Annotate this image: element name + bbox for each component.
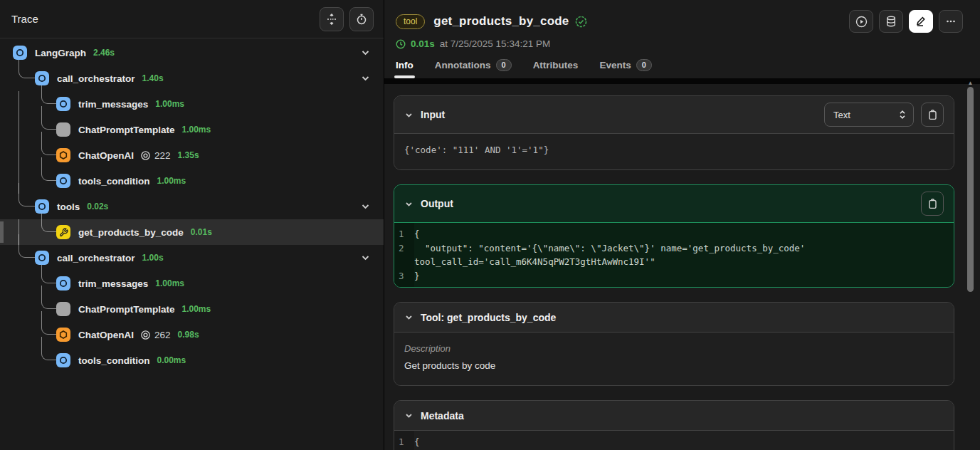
code-line: 3} — [394, 269, 954, 283]
tree-node-duration: 1.00s — [142, 253, 164, 263]
tree-node-duration: 1.35s — [178, 150, 199, 160]
tool-section-header[interactable]: Tool: get_products_by_code — [394, 303, 954, 333]
ellipsis-icon — [945, 16, 957, 27]
tree-node-duration: 0.98s — [178, 330, 199, 340]
tab-label: Info — [396, 60, 413, 70]
input-copy-button[interactable] — [921, 103, 944, 127]
line-text: { — [414, 227, 954, 241]
stopwatch-icon — [356, 14, 367, 25]
tool-node-icon — [56, 225, 70, 239]
playground-button[interactable] — [849, 10, 873, 33]
tab-label: Annotations — [435, 60, 491, 70]
prompt-node-icon — [56, 302, 70, 316]
success-check-icon — [575, 16, 587, 28]
chevron-down-icon[interactable] — [360, 202, 371, 212]
trace-tree-row-ChatPromptTemplate[interactable]: ChatPromptTemplate1.00ms — [0, 117, 384, 142]
tree-node-label: ChatPromptTemplate — [78, 125, 175, 135]
input-format-select[interactable]: Text — [824, 103, 914, 127]
tool-description: Get products by code — [404, 360, 944, 371]
trace-tree-row-tools_condition[interactable]: tools_condition1.00ms — [0, 168, 384, 194]
trace-tree-row-LangGraph[interactable]: LangGraph2.46s — [0, 40, 384, 66]
annotate-button[interactable] — [909, 10, 933, 33]
database-icon — [885, 16, 897, 27]
chevron-down-icon[interactable] — [360, 73, 371, 84]
trace-tree-row-call_orchestrator[interactable]: call_orchestrator1.00s — [0, 245, 384, 271]
scrollbar-thumb[interactable] — [967, 87, 974, 292]
run-detail-content: Input Text — [384, 84, 980, 450]
graph-node-icon — [56, 353, 70, 367]
trace-tree-row-tools_condition[interactable]: tools_condition0.00ms — [0, 347, 384, 373]
run-detail-header: tool get_products_by_code — [384, 0, 980, 78]
tree-node-duration: 0.02s — [87, 202, 108, 211]
tree-node-label: call_orchestrator — [57, 73, 135, 84]
tree-node-duration: 0.00ms — [157, 355, 186, 365]
tab-label: Attributes — [533, 60, 579, 70]
trace-panel-title: Trace — [11, 13, 38, 25]
output-code: 1{2 "output": "content='{\"name\": \"Jac… — [394, 223, 954, 287]
trace-tree-row-get_products_by_code[interactable]: get_products_by_code0.01s — [0, 219, 384, 245]
trace-tree-row-ChatOpenAI[interactable]: ChatOpenAI2620.98s — [0, 322, 384, 347]
dataset-button[interactable] — [879, 10, 903, 33]
scroll-up-arrow[interactable]: ▲ — [966, 80, 974, 87]
select-arrows-icon — [899, 110, 906, 120]
graph-node-icon — [13, 46, 27, 60]
expand-collapse-all-button[interactable] — [320, 7, 344, 31]
trace-tree-row-ChatOpenAI[interactable]: ChatOpenAI2221.35s — [0, 142, 384, 168]
tab-label: Events — [599, 60, 631, 70]
tokens-icon — [140, 330, 151, 340]
llm-node-icon — [56, 328, 70, 342]
tool-section-body: Description Get products by code — [394, 333, 954, 385]
tree-node-label: tools_condition — [78, 355, 150, 366]
output-copy-button[interactable] — [921, 192, 944, 216]
run-detail-panel: tool get_products_by_code — [384, 0, 980, 450]
code-line: 2 "output": "content='{\"name\": \"Jacke… — [394, 241, 954, 269]
clipboard-icon — [927, 110, 938, 120]
tab-attributes[interactable]: Attributes — [533, 59, 579, 78]
output-section: Output 1{2 "output": "content='{\"name\"… — [394, 184, 954, 288]
play-circle-icon — [855, 16, 868, 28]
trace-tree-row-ChatPromptTemplate[interactable]: ChatPromptTemplate1.00ms — [0, 296, 384, 322]
graph-node-icon — [56, 97, 70, 111]
line-text: { — [414, 435, 954, 449]
trace-tree-row-trim_messages[interactable]: trim_messages1.00ms — [0, 271, 384, 296]
tree-node-duration: 1.00ms — [155, 99, 184, 109]
tree-node-label: trim_messages — [78, 278, 148, 289]
tree-node-duration: 1.00ms — [182, 304, 211, 314]
trace-tree-row-trim_messages[interactable]: trim_messages1.00ms — [0, 91, 384, 117]
output-section-title: Output — [421, 198, 453, 209]
tokens-icon — [140, 150, 151, 161]
tree-node-duration: 1.00ms — [157, 176, 186, 186]
content-scrollbar[interactable]: ▲ — [966, 80, 974, 450]
timing-view-button[interactable] — [349, 7, 374, 31]
chevron-down-icon — [404, 199, 413, 209]
chevron-down-icon[interactable] — [360, 48, 371, 58]
run-timestamp: at 7/25/2025 15:34:21 PM — [440, 38, 550, 49]
trace-panel-actions — [320, 7, 374, 31]
run-type-badge: tool — [396, 14, 425, 29]
tool-description-label: Description — [404, 343, 944, 354]
line-number: 1 — [394, 435, 414, 449]
input-section-header[interactable]: Input Text — [394, 96, 954, 134]
detail-tabs: InfoAnnotations0AttributesEvents0 — [396, 59, 963, 78]
trace-tree-row-call_orchestrator[interactable]: call_orchestrator1.40s — [0, 66, 384, 91]
output-section-header[interactable]: Output — [394, 185, 954, 223]
run-actions — [849, 10, 963, 33]
trace-tree-row-tools[interactable]: tools0.02s — [0, 194, 384, 219]
line-number: 2 — [394, 241, 414, 269]
tree-node-duration: 1.00ms — [155, 278, 184, 288]
metadata-section-header[interactable]: Metadata — [394, 401, 954, 431]
chevron-down-icon[interactable] — [360, 253, 371, 263]
trace-tree: LangGraph2.46scall_orchestrator1.40strim… — [0, 38, 384, 450]
more-options-button[interactable] — [939, 10, 963, 33]
tab-count-badge: 0 — [636, 59, 652, 71]
code-line: 1{ — [394, 227, 954, 241]
tree-guide-line — [19, 142, 19, 168]
input-content: {'code': "111' AND '1'='1"} — [394, 134, 954, 169]
chevron-down-icon — [404, 411, 413, 420]
tree-node-label: call_orchestrator — [57, 253, 135, 263]
tree-node-label: ChatOpenAI — [78, 330, 134, 340]
tab-events[interactable]: Events0 — [599, 59, 651, 78]
tab-info[interactable]: Info — [396, 59, 413, 78]
tab-annotations[interactable]: Annotations0 — [435, 59, 512, 78]
chevron-down-icon — [404, 313, 413, 322]
